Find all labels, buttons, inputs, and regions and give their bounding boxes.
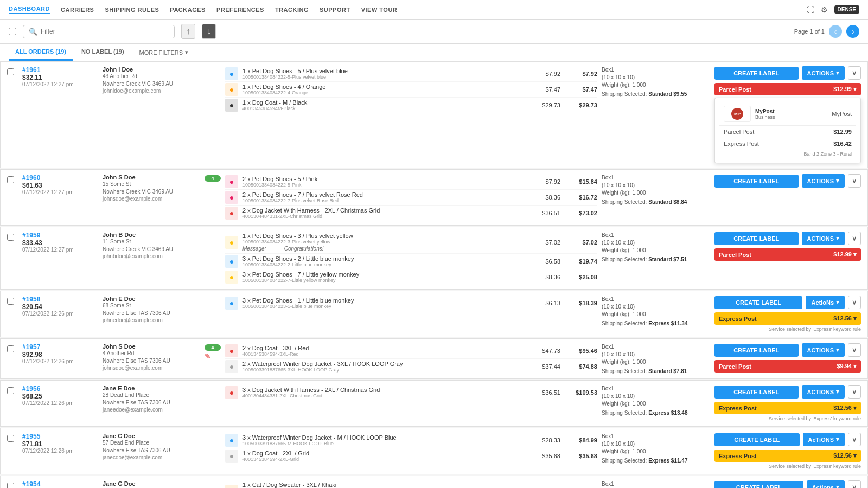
expand-row-button[interactable]: ∨ bbox=[848, 385, 861, 399]
create-label-button[interactable]: CREATE LABEL bbox=[714, 386, 799, 399]
order-info: #1958 $20.54 07/12/2022 12:26 pm bbox=[22, 296, 98, 317]
shipping-chevron[interactable]: ▾ bbox=[853, 315, 857, 322]
expand-row-button[interactable]: ∨ bbox=[848, 232, 861, 245]
nav-carriers[interactable]: CARRIERS bbox=[61, 7, 94, 13]
shipping-service-price: $12.56 ▾ bbox=[833, 315, 857, 322]
dropdown-option[interactable]: Express Post $16.42 bbox=[719, 138, 856, 150]
shipping-option-selected[interactable]: Express Post $12.56 ▾ bbox=[714, 312, 861, 325]
actions-button[interactable]: ACTIONS ▾ bbox=[802, 385, 845, 399]
shipping-chevron[interactable]: ▾ bbox=[853, 452, 857, 459]
shipping-chevron[interactable]: ▾ bbox=[853, 251, 857, 258]
customer-address: 4 Another RdNowhere Else TAS 7306 AU bbox=[103, 350, 200, 365]
order-checkbox[interactable] bbox=[7, 176, 14, 183]
order-number[interactable]: #1961 bbox=[22, 66, 98, 74]
expand-row-button[interactable]: ∨ bbox=[848, 480, 861, 488]
expand-row-button[interactable]: ∨ bbox=[848, 66, 861, 80]
item-image: ● bbox=[225, 485, 238, 488]
shipping-service-price: $9.94 ▾ bbox=[837, 363, 857, 370]
nav-tracking[interactable]: TRACKING bbox=[275, 7, 309, 13]
create-label-button[interactable]: CREATE LABEL bbox=[714, 433, 800, 446]
create-label-button[interactable]: CREATE LABEL bbox=[714, 481, 803, 489]
create-label-button[interactable]: CREATE LABEL bbox=[714, 344, 799, 357]
order-number[interactable]: #1954 bbox=[22, 480, 98, 488]
order-checkbox[interactable] bbox=[7, 435, 14, 442]
order-info: #1959 $33.43 07/12/2022 12:27 pm bbox=[22, 232, 98, 253]
create-label-button[interactable]: CREATE LABEL bbox=[714, 67, 799, 80]
line-item: ● 3 x Pet Dog Shoes - 2 / Little blue mo… bbox=[225, 254, 597, 269]
shipping-option-selected[interactable]: Parcel Post $12.99 ▾ bbox=[714, 83, 861, 95]
expand-row-button[interactable]: ∨ bbox=[848, 296, 861, 309]
order-checkbox-wrapper bbox=[7, 296, 18, 306]
order-actions: CREATE LABEL ActioNs ▾ ∨ Express Post $1… bbox=[714, 296, 861, 332]
gear-icon[interactable]: ⚙ bbox=[821, 5, 828, 14]
line-item: ● 1 x Dog Coat - 2XL / Grid 400134538459… bbox=[225, 448, 597, 464]
expand-icon[interactable]: ⛶ bbox=[807, 5, 814, 14]
nav-shipping-rules[interactable]: SHIPPING RULES bbox=[105, 7, 159, 13]
order-actions: CREATE LABEL ACTIONS ▾ ∨ Parcel Post $12… bbox=[714, 66, 861, 163]
shipping-option-selected[interactable]: Express Post $12.56 ▾ bbox=[714, 450, 861, 462]
item-details: 2 x Dog Coat - 3XL / Red 4001345384594-3… bbox=[242, 345, 524, 357]
item-total: $18.39 bbox=[565, 300, 597, 306]
order-number[interactable]: #1955 bbox=[22, 433, 98, 440]
nav-preferences[interactable]: PREFERENCES bbox=[216, 7, 264, 13]
box-info: Box1(10 x 10 x 10)Weight (kg): 1.000 bbox=[602, 66, 710, 89]
order-number[interactable]: #1959 bbox=[22, 232, 98, 239]
next-page-button[interactable]: › bbox=[846, 25, 859, 38]
nav-support[interactable]: SUPPORT bbox=[320, 7, 350, 13]
order-price: $61.63 bbox=[22, 182, 98, 189]
expand-row-button[interactable]: ∨ bbox=[848, 174, 861, 188]
nav-packages[interactable]: PACKAGES bbox=[170, 7, 206, 13]
select-all-checkbox[interactable] bbox=[9, 28, 16, 35]
order-checkbox[interactable] bbox=[7, 298, 14, 305]
shipping-chevron[interactable]: ▾ bbox=[853, 404, 857, 411]
sort-asc-button[interactable]: ↑ bbox=[181, 24, 195, 39]
item-sku: 1005001384084222-2-Little blue monkey bbox=[242, 262, 524, 267]
order-number[interactable]: #1957 bbox=[22, 343, 98, 351]
item-sku: 1005001384084222-4-Orange bbox=[242, 90, 524, 95]
tab-all-orders[interactable]: ALL ORDERS (19) bbox=[9, 44, 73, 61]
create-label-button[interactable]: CREATE LABEL bbox=[714, 232, 799, 245]
action-buttons-row: CREATE LABEL ACTIONS ▾ ∨ bbox=[714, 343, 861, 357]
order-number[interactable]: #1960 bbox=[22, 174, 98, 182]
shipping-chevron[interactable]: ▾ bbox=[853, 363, 857, 369]
shipping-option-selected[interactable]: Parcel Post $12.99 ▾ bbox=[714, 248, 861, 261]
create-label-button[interactable]: CREATE LABEL bbox=[714, 175, 799, 188]
more-filters-button[interactable]: MORE FILTERS ▾ bbox=[133, 44, 195, 60]
actions-button[interactable]: ACTIONS ▾ bbox=[802, 174, 845, 188]
shipping-option-selected[interactable]: Express Post $12.56 ▾ bbox=[714, 402, 861, 414]
expand-row-button[interactable]: ∨ bbox=[848, 343, 861, 357]
actions-button[interactable]: ACTIONS ▾ bbox=[802, 232, 845, 245]
order-row: #1959 $33.43 07/12/2022 12:27 pm John B … bbox=[0, 227, 868, 290]
shipping-chevron[interactable]: ▾ bbox=[853, 86, 857, 92]
action-buttons-row: CREATE LABEL Actions ▾ ∨ bbox=[714, 480, 861, 488]
prev-page-button[interactable]: ‹ bbox=[829, 25, 842, 38]
actions-button[interactable]: ACTIONS ▾ bbox=[802, 66, 845, 80]
order-checkbox[interactable] bbox=[7, 234, 14, 241]
item-image: ● bbox=[225, 386, 238, 399]
actions-button[interactable]: Actions ▾ bbox=[807, 480, 845, 488]
order-checkbox[interactable] bbox=[7, 345, 14, 352]
dense-badge[interactable]: DENSE bbox=[834, 5, 859, 14]
order-main: #1961 $32.11 07/12/2022 12:27 pm John I … bbox=[1, 62, 867, 168]
search-input[interactable] bbox=[41, 28, 169, 35]
nav-view-tour[interactable]: VIEW TOUR bbox=[361, 7, 398, 13]
shipping-option-selected[interactable]: Parcel Post $9.94 ▾ bbox=[714, 360, 861, 373]
expand-row-button[interactable]: ∨ bbox=[848, 433, 861, 446]
order-number[interactable]: #1956 bbox=[22, 385, 98, 393]
nav-dashboard[interactable]: DASHBOARD bbox=[9, 5, 50, 14]
line-items: ● 1 x Cat / Dog Sweater - 3XL / Khaki 10… bbox=[225, 480, 597, 488]
order-number[interactable]: #1958 bbox=[22, 296, 98, 303]
item-name: 2 x Waterproof Winter Dog Jacket - 3XL /… bbox=[242, 361, 524, 367]
actions-button[interactable]: ActioNs ▾ bbox=[806, 296, 845, 309]
order-checkbox[interactable] bbox=[7, 483, 14, 488]
create-label-button[interactable]: CREATE LABEL bbox=[714, 296, 802, 309]
tab-no-label[interactable]: NO LABEL (19) bbox=[75, 44, 131, 61]
order-checkbox[interactable] bbox=[7, 387, 14, 394]
order-checkbox[interactable] bbox=[7, 68, 14, 75]
sort-desc-button[interactable]: ↓ bbox=[202, 24, 216, 39]
dropdown-option[interactable]: Parcel Post $12.99 bbox=[719, 126, 856, 138]
order-checkbox-wrapper bbox=[7, 343, 18, 354]
actions-button[interactable]: AcTiONS ▾ bbox=[803, 433, 845, 446]
customer-address: 68 Some StNowhere Else TAS 7306 AU bbox=[103, 302, 200, 317]
actions-button[interactable]: ACTIONS ▾ bbox=[802, 343, 845, 357]
